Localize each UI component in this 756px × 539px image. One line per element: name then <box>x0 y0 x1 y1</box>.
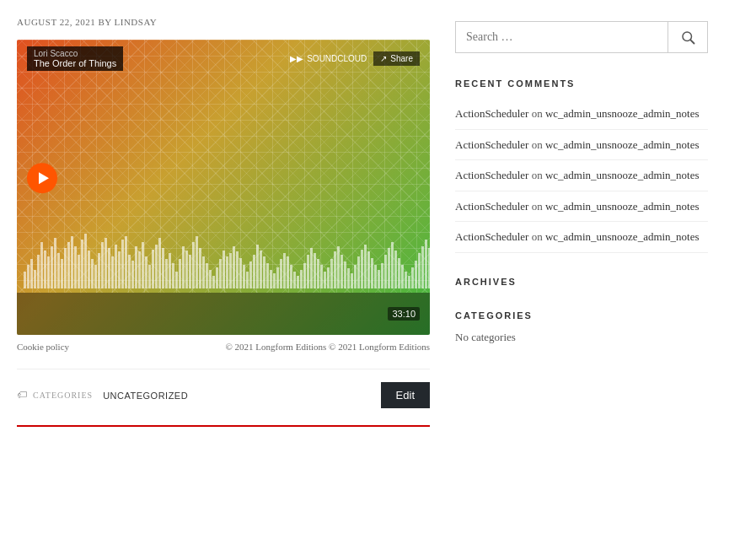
comment-post-link[interactable]: wc_admin_unsnooze_admin_notes <box>545 138 700 151</box>
post-author: LINDSAY <box>115 17 158 27</box>
waveform-bar <box>354 265 357 288</box>
waveform-bar <box>418 253 421 288</box>
waveform-bar <box>158 238 161 288</box>
category-name: UNCATEGORIZED <box>103 391 188 401</box>
sc-brand-name: SOUNDCLOUD <box>307 54 367 63</box>
post-meta: AUGUST 22, 2021 BY LINDSAY <box>17 17 430 27</box>
waveform-bar <box>347 268 350 288</box>
waveform-bar <box>327 267 330 288</box>
waveform-bar <box>192 242 195 288</box>
waveform-bar <box>185 251 188 288</box>
commenter-link[interactable]: ActionScheduler <box>455 169 528 181</box>
comment-item: ActionScheduler on wc_admin_unsnooze_adm… <box>455 130 708 161</box>
sc-top-bar: Lori Scacco The Order of Things ▶▶ SOUND… <box>17 40 430 78</box>
waveform-bar <box>165 259 168 288</box>
comment-post-link[interactable]: wc_admin_unsnooze_admin_notes <box>545 200 700 213</box>
waveform-bar <box>111 256 114 288</box>
search-widget <box>455 21 708 53</box>
waveform-bar <box>78 255 80 288</box>
commenter-link[interactable]: ActionScheduler <box>455 107 528 120</box>
waveform-bar <box>398 258 400 288</box>
waveform-bar <box>371 258 373 288</box>
waveform-bar <box>74 246 77 288</box>
waveform-bar <box>162 248 164 288</box>
waveform-bar <box>121 240 124 288</box>
waveform-bar <box>101 242 104 288</box>
post-date: AUGUST 22, 2021 <box>17 17 95 27</box>
comment-list: ActionScheduler on wc_admin_unsnooze_adm… <box>455 99 708 253</box>
search-form <box>455 21 708 53</box>
search-input[interactable] <box>456 22 668 52</box>
waveform-bar <box>88 251 90 288</box>
comment-item: ActionScheduler on wc_admin_unsnooze_adm… <box>455 222 708 253</box>
waveform-bar <box>44 251 46 288</box>
commenter-link[interactable]: ActionScheduler <box>455 138 528 151</box>
waveform-bar <box>94 265 97 288</box>
waveform-bar <box>388 248 390 288</box>
categories-label: 🏷 CATEGORIES <box>17 389 93 402</box>
waveform-bar <box>226 256 228 288</box>
waveform-bar <box>290 265 292 288</box>
waveform-bar <box>202 256 205 288</box>
waveform-bar <box>344 261 346 288</box>
post-by: BY <box>98 17 111 27</box>
waveform-bar <box>206 263 208 288</box>
sc-share-button[interactable]: ↗ Share <box>373 51 420 66</box>
waveform-bar <box>330 259 333 288</box>
waveform-bar <box>249 261 252 288</box>
comment-item: ActionScheduler on wc_admin_unsnooze_adm… <box>455 191 708 223</box>
waveform-bar <box>135 246 137 288</box>
waveform-bar <box>357 256 360 288</box>
waveform-bar <box>260 251 262 288</box>
comment-on-text: on <box>532 169 545 181</box>
cookie-policy-link[interactable]: Cookie policy <box>17 342 69 352</box>
comment-post-link[interactable]: wc_admin_unsnooze_admin_notes <box>545 169 700 181</box>
waveform-bar <box>239 258 242 288</box>
waveform-bar <box>81 240 83 288</box>
waveform-bar <box>246 272 249 288</box>
comment-on-text: on <box>532 200 545 213</box>
waveform-bar <box>54 238 56 288</box>
sc-artist: Lori Scacco <box>34 49 116 58</box>
waveform-bar <box>391 242 394 288</box>
waveform-bar <box>57 253 60 288</box>
waveform-bar <box>37 255 40 288</box>
waveform-bar <box>219 259 222 288</box>
sc-waveform <box>17 229 430 288</box>
sc-share-icon: ↗ <box>380 54 387 63</box>
waveform-bar <box>361 250 363 288</box>
waveform-bar <box>131 261 134 288</box>
categories-label-text: CATEGORIES <box>33 391 93 400</box>
waveform-bar <box>364 245 367 288</box>
waveform-bar <box>84 234 87 288</box>
post-categories: 🏷 CATEGORIES UNCATEGORIZED Edit <box>17 369 430 421</box>
archives-widget: ARCHIVES <box>455 277 708 287</box>
waveform-bar <box>421 246 424 288</box>
waveform-bar <box>142 242 144 288</box>
waveform-bar <box>118 251 121 288</box>
sc-footer-links: Cookie policy © 2021 Longform Editions ©… <box>17 342 430 352</box>
recent-comments-title: RECENT COMMENTS <box>455 78 708 89</box>
comment-post-link[interactable]: wc_admin_unsnooze_admin_notes <box>545 107 700 120</box>
sc-play-button[interactable] <box>27 163 57 193</box>
soundcloud-embed: Lori Scacco The Order of Things ▶▶ SOUND… <box>17 40 430 335</box>
no-categories-text: No categories <box>455 331 708 344</box>
sidebar: RECENT COMMENTS ActionScheduler on wc_ad… <box>455 17 708 427</box>
archives-title: ARCHIVES <box>455 277 708 287</box>
waveform-bar <box>64 248 67 288</box>
waveform-bar <box>320 265 323 288</box>
waveform-bar <box>105 238 107 288</box>
recent-comments-widget: RECENT COMMENTS ActionScheduler on wc_ad… <box>455 78 708 253</box>
waveform-bar <box>115 245 117 288</box>
edit-button[interactable]: Edit <box>381 382 430 408</box>
commenter-link[interactable]: ActionScheduler <box>455 230 528 243</box>
waveform-bar <box>34 270 36 288</box>
comment-post-link[interactable]: wc_admin_unsnooze_admin_notes <box>545 230 700 243</box>
waveform-bar <box>425 240 427 288</box>
waveform-bar <box>367 251 370 288</box>
commenter-link[interactable]: ActionScheduler <box>455 200 528 213</box>
categories-widget: CATEGORIES No categories <box>455 310 708 344</box>
waveform-bar <box>384 255 387 288</box>
comment-on-text: on <box>532 107 545 120</box>
search-button[interactable] <box>668 22 707 52</box>
